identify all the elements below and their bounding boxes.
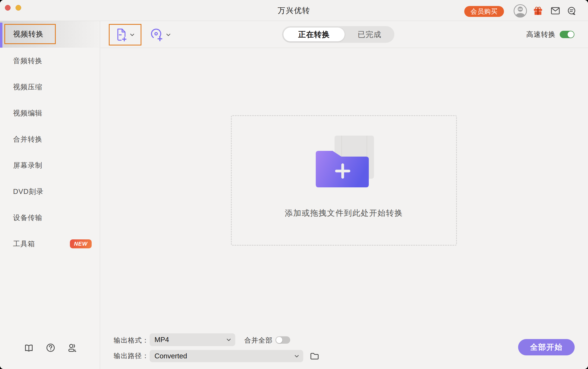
tab-finished[interactable]: 已完成 bbox=[345, 26, 394, 43]
member-purchase-button[interactable]: 会员购买 bbox=[464, 6, 504, 17]
sidebar: 视频转换 音频转换 视频压缩 视频编辑 合并转换 屏幕录制 DVD刻录 设备传输… bbox=[0, 21, 100, 369]
bottom-bar: 输出格式： MP4 合并全部 输出路径： Converted 全部开始 bbox=[100, 327, 588, 369]
new-badge: NEW bbox=[70, 239, 92, 248]
sidebar-item-audio-convert[interactable]: 音频转换 bbox=[0, 48, 100, 74]
sidebar-item-label: 视频转换 bbox=[13, 29, 44, 39]
merge-all-toggle[interactable] bbox=[276, 336, 290, 344]
chevron-down-icon bbox=[130, 33, 134, 36]
sidebar-item-video-edit[interactable]: 视频编辑 bbox=[0, 100, 100, 126]
start-all-button[interactable]: 全部开始 bbox=[518, 339, 575, 355]
file-dropzone[interactable]: 添加或拖拽文件到此处开始转换 bbox=[231, 115, 457, 246]
community-people-icon[interactable] bbox=[68, 344, 77, 352]
toggle-knob bbox=[568, 31, 574, 38]
content-area: 添加或拖拽文件到此处开始转换 bbox=[100, 48, 588, 326]
mail-icon[interactable] bbox=[551, 7, 560, 14]
output-format-label: 输出格式： bbox=[114, 336, 149, 344]
high-speed-conversion: 高速转换 bbox=[526, 21, 574, 48]
sidebar-item-video-convert[interactable]: 视频转换 bbox=[0, 21, 100, 48]
load-disc-icon bbox=[150, 28, 163, 42]
chevron-down-icon bbox=[227, 338, 231, 341]
feedback-chat-icon[interactable] bbox=[567, 7, 576, 15]
convert-status-tabs: 正在转换 已完成 bbox=[282, 26, 394, 43]
output-path-label: 输出路径： bbox=[114, 352, 149, 359]
user-guide-book-icon[interactable] bbox=[24, 344, 33, 352]
output-path-value: Converted bbox=[154, 352, 187, 360]
add-folder-icon bbox=[316, 150, 369, 187]
load-disc-button[interactable] bbox=[147, 24, 174, 45]
selected-highlight-box: 视频转换 bbox=[4, 24, 56, 44]
merge-all-label: 合并全部 bbox=[244, 336, 273, 344]
selected-accent-strip bbox=[0, 23, 2, 48]
titlebar: 万兴优转 会员购买 bbox=[0, 0, 588, 21]
add-file-icon bbox=[116, 28, 127, 42]
output-format-value: MP4 bbox=[154, 336, 169, 344]
account-avatar-icon[interactable] bbox=[513, 4, 527, 18]
add-file-button[interactable] bbox=[109, 24, 141, 45]
sidebar-item-dvd-burn[interactable]: DVD刻录 bbox=[0, 178, 100, 205]
help-question-icon[interactable] bbox=[46, 343, 55, 352]
browse-folder-button[interactable] bbox=[310, 352, 319, 360]
tab-converting[interactable]: 正在转换 bbox=[283, 28, 345, 41]
main-header: 正在转换 已完成 高速转换 bbox=[100, 21, 588, 48]
chevron-down-icon bbox=[295, 355, 299, 358]
sidebar-item-device-transfer[interactable]: 设备传输 bbox=[0, 205, 100, 231]
sidebar-item-screen-record[interactable]: 屏幕录制 bbox=[0, 152, 100, 178]
toggle-knob bbox=[276, 337, 282, 343]
output-format-select[interactable]: MP4 bbox=[150, 333, 235, 346]
sidebar-item-video-compress[interactable]: 视频压缩 bbox=[0, 74, 100, 100]
high-speed-label: 高速转换 bbox=[526, 30, 556, 39]
dropzone-hint: 添加或拖拽文件到此处开始转换 bbox=[232, 208, 456, 219]
output-path-select[interactable]: Converted bbox=[150, 350, 303, 362]
sidebar-item-merge-convert[interactable]: 合并转换 bbox=[0, 126, 100, 152]
gift-icon[interactable] bbox=[533, 6, 543, 16]
sidebar-item-toolbox[interactable]: 工具箱 NEW bbox=[0, 231, 100, 257]
chevron-down-icon bbox=[166, 33, 171, 36]
app-window: 万兴优转 会员购买 bbox=[0, 0, 588, 369]
folder-icon bbox=[310, 353, 319, 360]
high-speed-toggle[interactable] bbox=[560, 31, 574, 38]
